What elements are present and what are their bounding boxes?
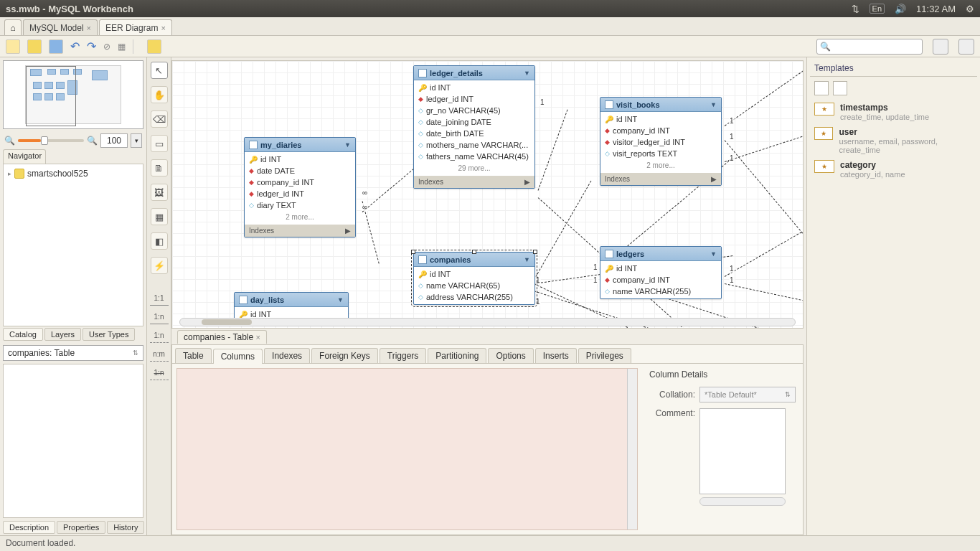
description-area[interactable] (3, 364, 143, 518)
entity-companies[interactable]: companies▼ 🔑id INT ◇name VARCHAR(65) ◇ad… (413, 252, 535, 305)
routine-tool[interactable]: ⚡ (151, 257, 168, 274)
layer-tool[interactable]: ▭ (151, 135, 168, 152)
grid-off-icon[interactable]: ⊘ (103, 42, 110, 52)
canvas-hscrollbar[interactable] (179, 318, 796, 326)
volume-icon[interactable]: 🔊 (895, 4, 906, 14)
vscrollbar[interactable] (627, 369, 637, 529)
lang-indicator[interactable]: En (870, 4, 885, 14)
chevron-down-icon[interactable]: ▼ (524, 70, 530, 77)
view-tool[interactable]: ◧ (151, 232, 168, 250)
comment-hscrollbar[interactable] (699, 497, 786, 506)
tab-history[interactable]: History (107, 521, 144, 534)
hand-tool[interactable]: ✋ (151, 86, 168, 103)
zoom-slider[interactable] (18, 139, 84, 142)
toggle-panel-left[interactable] (933, 39, 948, 55)
tab-columns[interactable]: Columns (213, 349, 263, 364)
note-tool[interactable]: 🗎 (151, 159, 168, 176)
catalog-tree[interactable]: ▸ smartschool525 (3, 164, 143, 326)
table-tool[interactable]: ▦ (151, 208, 168, 225)
chevron-down-icon[interactable]: ▼ (337, 296, 344, 303)
rel-1-1[interactable]: 1:1 (150, 294, 169, 306)
zoom-value[interactable]: 100 (100, 133, 128, 148)
chevron-down-icon[interactable]: ▼ (524, 256, 530, 263)
card-one: 1 (729, 117, 735, 125)
tab-inserts[interactable]: Inserts (535, 348, 577, 363)
template-item-category[interactable]: ★ categorycategory_id, name (810, 157, 977, 182)
template-item-timestamps[interactable]: ★ timestampscreate_time, update_time (810, 100, 977, 124)
gear-icon[interactable]: ⚙ (966, 4, 974, 14)
tab-layers[interactable]: Layers (44, 328, 81, 341)
tab-user-types[interactable]: User Types (83, 328, 135, 341)
collation-select[interactable]: *Table Default*⇅ (699, 387, 796, 402)
object-selector[interactable]: companies: Table ⇅ (3, 345, 143, 361)
diagram-overview[interactable] (3, 60, 143, 129)
entity-ledger-details[interactable]: ledger_details▼ 🔑id INT ◆ledger_id INT ◇… (413, 65, 535, 189)
search-input[interactable]: 🔍 (816, 39, 923, 55)
system-tray: ⇅ En 🔊 11:32 AM ⚙ (852, 4, 974, 14)
toggle-panel-right[interactable] (958, 39, 974, 55)
eraser-tool[interactable]: ⌫ (151, 110, 168, 128)
tab-properties[interactable]: Properties (57, 521, 105, 534)
catalog-db-item[interactable]: ▸ smartschool525 (8, 169, 138, 179)
network-icon[interactable]: ⇅ (852, 4, 859, 14)
card-one: 1 (729, 276, 735, 284)
tab-eer-diagram[interactable]: EER Diagram× (99, 19, 172, 35)
tab-options[interactable]: Options (488, 348, 533, 363)
rel-1-n-dash[interactable]: 1:n (150, 331, 169, 343)
tab-triggers[interactable]: Triggers (380, 348, 427, 363)
open-file-icon[interactable] (27, 39, 42, 54)
chevron-right-icon[interactable]: ▶ (711, 175, 717, 183)
columns-grid[interactable] (176, 368, 638, 530)
entity-visit-books[interactable]: visit_books▼ 🔑id INT ◆company_id INT ◆vi… (600, 97, 722, 186)
template-add-icon[interactable] (814, 81, 829, 95)
close-icon[interactable]: × (87, 24, 91, 32)
zoom-dropdown[interactable]: ▾ (131, 133, 142, 148)
undo-icon[interactable]: ↶ (70, 39, 80, 53)
tab-partitioning[interactable]: Partitioning (428, 348, 486, 363)
chevron-down-icon[interactable]: ▼ (344, 141, 351, 149)
navigator-tab[interactable]: Navigator (3, 149, 46, 164)
close-icon[interactable]: × (256, 333, 260, 342)
tab-privileges[interactable]: Privileges (578, 348, 631, 363)
comment-label: Comment: (649, 408, 695, 418)
window-title: ss.mwb - MySQL Workbench (6, 4, 852, 14)
rel-1-n[interactable]: 1:n (150, 313, 169, 324)
clock[interactable]: 11:32 AM (916, 4, 956, 14)
redo-icon[interactable]: ↷ (87, 39, 96, 53)
chevron-down-icon[interactable]: ▼ (710, 250, 717, 258)
tab-indexes[interactable]: Indexes (264, 348, 310, 363)
template-manage-icon[interactable] (833, 81, 847, 95)
pointer-tool[interactable]: ↖ (151, 62, 168, 79)
zoom-in-icon[interactable]: 🔍 (87, 136, 98, 146)
template-item-user[interactable]: ★ userusername, email, password, create_… (810, 124, 977, 157)
bottom-object-tabs: companies - Table × (171, 329, 806, 344)
mwb-badge-icon: ★ (814, 127, 833, 140)
chevron-right-icon[interactable]: ▶ (345, 227, 351, 235)
tab-mysql-model[interactable]: MySQL Model× (23, 19, 98, 35)
status-bar: Document loaded. (0, 535, 980, 551)
rel-n-m[interactable]: n:m (150, 350, 169, 362)
chevron-updown-icon: ⇅ (133, 349, 138, 357)
save-icon[interactable] (49, 39, 63, 54)
rel-1-n-id[interactable]: 1:n (150, 369, 169, 380)
home-tab[interactable]: ⌂ (4, 19, 22, 35)
image-tool[interactable]: 🖼 (151, 184, 168, 201)
grid-icon[interactable]: ▦ (118, 42, 126, 52)
expand-icon[interactable]: ▸ (8, 170, 11, 177)
chevron-right-icon[interactable]: ▶ (524, 178, 530, 186)
chevron-down-icon[interactable]: ▼ (710, 101, 717, 108)
new-file-icon[interactable] (6, 39, 20, 54)
comment-textarea[interactable] (699, 408, 786, 494)
table-icon (249, 141, 258, 149)
tab-description[interactable]: Description (3, 521, 55, 534)
close-icon[interactable]: × (161, 24, 165, 32)
eer-canvas[interactable]: ∞ ∞ 1 1 1 1 1 1 1 1 1 1 1 my_diaries▼ 🔑i… (171, 60, 804, 329)
tab-catalog[interactable]: Catalog (3, 328, 43, 341)
entity-ledgers[interactable]: ledgers▼ 🔑id INT ◆company_id INT ◇name V… (600, 246, 722, 299)
tab-table[interactable]: Table (175, 348, 212, 363)
entity-my-diaries[interactable]: my_diaries▼ 🔑id INT ◆date DATE ◆company_… (244, 137, 356, 237)
tab-foreign-keys[interactable]: Foreign Keys (311, 348, 378, 363)
bottom-tab-companies[interactable]: companies - Table × (177, 330, 267, 344)
zoom-out-icon[interactable]: 🔍 (4, 136, 15, 146)
notation-icon[interactable] (147, 39, 161, 54)
